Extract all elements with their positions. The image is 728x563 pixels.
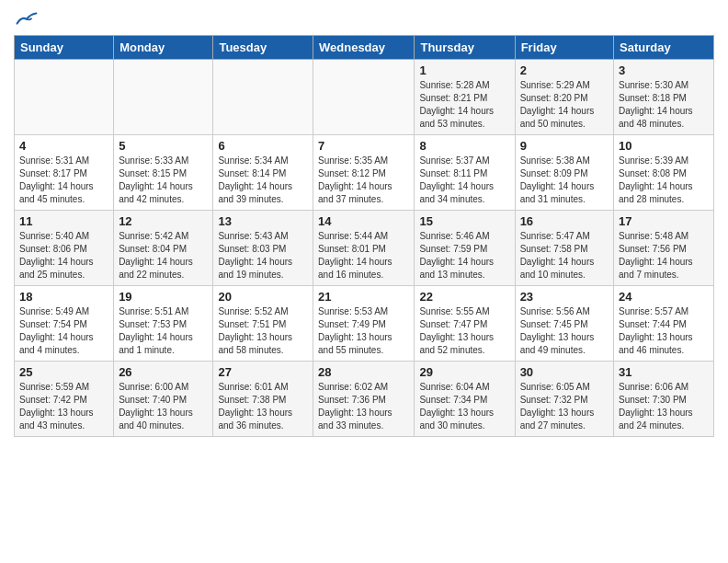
day-number: 13 [218, 214, 308, 228]
day-info: Sunrise: 5:44 AM Sunset: 8:01 PM Dayligh… [318, 230, 409, 282]
day-info: Sunrise: 6:02 AM Sunset: 7:36 PM Dayligh… [318, 381, 409, 432]
day-info: Sunrise: 5:30 AM Sunset: 8:18 PM Dayligh… [619, 79, 709, 131]
calendar-cell: 13Sunrise: 5:43 AM Sunset: 8:03 PM Dayli… [213, 211, 313, 286]
day-number: 17 [619, 214, 709, 228]
calendar-cell [114, 60, 213, 135]
day-number: 8 [419, 139, 509, 153]
day-number: 2 [520, 63, 609, 77]
calendar-cell: 2Sunrise: 5:29 AM Sunset: 8:20 PM Daylig… [515, 60, 613, 135]
day-number: 10 [619, 139, 709, 153]
day-number: 22 [419, 290, 509, 304]
calendar-cell: 26Sunrise: 6:00 AM Sunset: 7:40 PM Dayli… [114, 362, 213, 437]
day-info: Sunrise: 6:06 AM Sunset: 7:30 PM Dayligh… [619, 381, 709, 432]
header-thursday: Thursday [415, 36, 515, 60]
day-number: 27 [218, 365, 308, 379]
calendar-cell: 4Sunrise: 5:31 AM Sunset: 8:17 PM Daylig… [15, 135, 114, 211]
day-info: Sunrise: 5:28 AM Sunset: 8:21 PM Dayligh… [419, 79, 509, 131]
day-info: Sunrise: 5:38 AM Sunset: 8:09 PM Dayligh… [520, 155, 609, 206]
day-number: 29 [419, 365, 509, 379]
calendar-cell: 6Sunrise: 5:34 AM Sunset: 8:14 PM Daylig… [213, 135, 313, 211]
day-number: 4 [19, 139, 108, 153]
day-info: Sunrise: 5:56 AM Sunset: 7:45 PM Dayligh… [520, 305, 609, 357]
calendar-cell: 19Sunrise: 5:51 AM Sunset: 7:53 PM Dayli… [114, 286, 213, 362]
calendar-cell: 14Sunrise: 5:44 AM Sunset: 8:01 PM Dayli… [313, 211, 415, 286]
calendar-cell: 8Sunrise: 5:37 AM Sunset: 8:11 PM Daylig… [415, 135, 515, 211]
day-number: 31 [619, 365, 709, 379]
calendar-cell: 22Sunrise: 5:55 AM Sunset: 7:47 PM Dayli… [415, 286, 515, 362]
day-number: 25 [19, 365, 108, 379]
calendar-cell: 24Sunrise: 5:57 AM Sunset: 7:44 PM Dayli… [614, 286, 714, 362]
day-number: 24 [619, 290, 709, 304]
calendar-cell: 31Sunrise: 6:06 AM Sunset: 7:30 PM Dayli… [614, 362, 714, 437]
calendar-cell: 21Sunrise: 5:53 AM Sunset: 7:49 PM Dayli… [313, 286, 415, 362]
header [14, 9, 714, 28]
day-info: Sunrise: 5:47 AM Sunset: 7:58 PM Dayligh… [520, 230, 609, 282]
calendar-cell [15, 60, 114, 135]
calendar-cell: 16Sunrise: 5:47 AM Sunset: 7:58 PM Dayli… [515, 211, 613, 286]
day-info: Sunrise: 5:34 AM Sunset: 8:14 PM Dayligh… [218, 155, 308, 206]
calendar-cell: 17Sunrise: 5:48 AM Sunset: 7:56 PM Dayli… [614, 211, 714, 286]
calendar-cell: 9Sunrise: 5:38 AM Sunset: 8:09 PM Daylig… [515, 135, 613, 211]
day-info: Sunrise: 5:46 AM Sunset: 7:59 PM Dayligh… [419, 230, 509, 282]
calendar-week-row: 11Sunrise: 5:40 AM Sunset: 8:06 PM Dayli… [15, 211, 714, 286]
day-info: Sunrise: 5:52 AM Sunset: 7:51 PM Dayligh… [218, 305, 308, 357]
logo-bird-icon [16, 9, 38, 28]
calendar-cell: 5Sunrise: 5:33 AM Sunset: 8:15 PM Daylig… [114, 135, 213, 211]
calendar-cell: 15Sunrise: 5:46 AM Sunset: 7:59 PM Dayli… [415, 211, 515, 286]
calendar-cell: 30Sunrise: 6:05 AM Sunset: 7:32 PM Dayli… [515, 362, 613, 437]
day-number: 19 [119, 290, 208, 304]
calendar-week-row: 25Sunrise: 5:59 AM Sunset: 7:42 PM Dayli… [15, 362, 714, 437]
day-number: 15 [419, 214, 509, 228]
day-info: Sunrise: 6:05 AM Sunset: 7:32 PM Dayligh… [520, 381, 609, 432]
day-info: Sunrise: 5:40 AM Sunset: 8:06 PM Dayligh… [19, 230, 108, 282]
calendar-cell: 25Sunrise: 5:59 AM Sunset: 7:42 PM Dayli… [15, 362, 114, 437]
calendar-cell: 1Sunrise: 5:28 AM Sunset: 8:21 PM Daylig… [415, 60, 515, 135]
day-number: 26 [119, 365, 208, 379]
day-info: Sunrise: 5:51 AM Sunset: 7:53 PM Dayligh… [119, 305, 208, 357]
day-info: Sunrise: 5:29 AM Sunset: 8:20 PM Dayligh… [520, 79, 609, 131]
day-number: 23 [520, 290, 609, 304]
calendar-week-row: 18Sunrise: 5:49 AM Sunset: 7:54 PM Dayli… [15, 286, 714, 362]
day-number: 11 [19, 214, 108, 228]
day-number: 30 [520, 365, 609, 379]
calendar-week-row: 1Sunrise: 5:28 AM Sunset: 8:21 PM Daylig… [15, 60, 714, 135]
calendar-cell: 3Sunrise: 5:30 AM Sunset: 8:18 PM Daylig… [614, 60, 714, 135]
day-info: Sunrise: 5:31 AM Sunset: 8:17 PM Dayligh… [19, 155, 108, 206]
header-friday: Friday [515, 36, 613, 60]
day-info: Sunrise: 5:33 AM Sunset: 8:15 PM Dayligh… [119, 155, 208, 206]
day-number: 1 [419, 63, 509, 77]
day-info: Sunrise: 5:48 AM Sunset: 7:56 PM Dayligh… [619, 230, 709, 282]
day-info: Sunrise: 6:01 AM Sunset: 7:38 PM Dayligh… [218, 381, 308, 432]
logo [14, 9, 38, 28]
calendar-cell: 20Sunrise: 5:52 AM Sunset: 7:51 PM Dayli… [213, 286, 313, 362]
calendar-header: SundayMondayTuesdayWednesdayThursdayFrid… [15, 36, 714, 60]
day-info: Sunrise: 5:42 AM Sunset: 8:04 PM Dayligh… [119, 230, 208, 282]
day-number: 5 [119, 139, 208, 153]
calendar-cell: 23Sunrise: 5:56 AM Sunset: 7:45 PM Dayli… [515, 286, 613, 362]
day-info: Sunrise: 6:04 AM Sunset: 7:34 PM Dayligh… [419, 381, 509, 432]
calendar-cell: 27Sunrise: 6:01 AM Sunset: 7:38 PM Dayli… [213, 362, 313, 437]
day-info: Sunrise: 5:39 AM Sunset: 8:08 PM Dayligh… [619, 155, 709, 206]
day-number: 28 [318, 365, 409, 379]
calendar-cell: 29Sunrise: 6:04 AM Sunset: 7:34 PM Dayli… [415, 362, 515, 437]
calendar-cell: 12Sunrise: 5:42 AM Sunset: 8:04 PM Dayli… [114, 211, 213, 286]
calendar-cell: 28Sunrise: 6:02 AM Sunset: 7:36 PM Dayli… [313, 362, 415, 437]
calendar-cell: 7Sunrise: 5:35 AM Sunset: 8:12 PM Daylig… [313, 135, 415, 211]
day-number: 16 [520, 214, 609, 228]
calendar-cell [213, 60, 313, 135]
day-info: Sunrise: 5:57 AM Sunset: 7:44 PM Dayligh… [619, 305, 709, 357]
calendar-table: SundayMondayTuesdayWednesdayThursdayFrid… [14, 35, 714, 437]
calendar-cell: 18Sunrise: 5:49 AM Sunset: 7:54 PM Dayli… [15, 286, 114, 362]
header-sunday: Sunday [15, 36, 114, 60]
calendar-week-row: 4Sunrise: 5:31 AM Sunset: 8:17 PM Daylig… [15, 135, 714, 211]
calendar-cell: 11Sunrise: 5:40 AM Sunset: 8:06 PM Dayli… [15, 211, 114, 286]
day-number: 21 [318, 290, 409, 304]
day-info: Sunrise: 5:35 AM Sunset: 8:12 PM Dayligh… [318, 155, 409, 206]
day-info: Sunrise: 5:55 AM Sunset: 7:47 PM Dayligh… [419, 305, 509, 357]
day-info: Sunrise: 6:00 AM Sunset: 7:40 PM Dayligh… [119, 381, 208, 432]
header-monday: Monday [114, 36, 213, 60]
header-wednesday: Wednesday [313, 36, 415, 60]
day-number: 14 [318, 214, 409, 228]
day-number: 12 [119, 214, 208, 228]
calendar-cell [313, 60, 415, 135]
